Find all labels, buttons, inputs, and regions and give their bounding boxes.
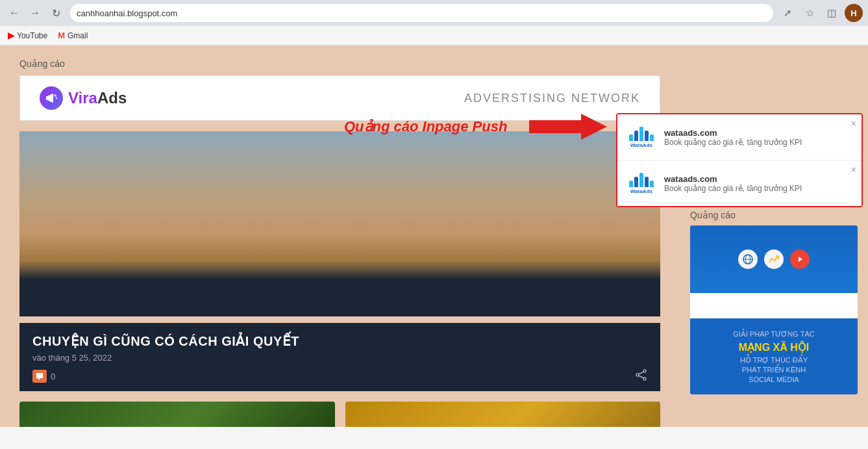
svg-line-8 xyxy=(639,376,644,378)
svg-point-4 xyxy=(643,370,646,372)
next-article-image-left xyxy=(19,402,335,427)
sidebar-ad-globe-icon xyxy=(738,250,758,269)
push-logo-1: WataAds xyxy=(625,121,658,153)
push-desc-2: Book quảng cáo giá rẻ, tăng trưởng KPI xyxy=(664,184,854,193)
push-close-button-1[interactable]: × xyxy=(851,118,856,129)
next-article-image-right xyxy=(345,402,661,427)
nav-buttons: ← → ↻ xyxy=(5,4,65,22)
sidebar-ad-mang-xa-hoi: MẠNG XÃ HỘI xyxy=(739,341,809,353)
sidebar-ad-giai-phap: GIẢI PHÁP TƯƠNG TÁC xyxy=(733,330,814,339)
next-article-card-left[interactable] xyxy=(19,402,335,427)
comment-wrap: 0 xyxy=(32,370,55,383)
svg-point-3 xyxy=(56,97,58,99)
article-date: vào tháng 5 25, 2022 xyxy=(32,353,647,363)
push-card-2: WataAds wataads.com Book quảng cáo giá r… xyxy=(617,160,862,206)
viraads-text: ViraAds xyxy=(68,89,127,107)
push-title-2: wataads.com xyxy=(664,174,854,184)
comment-icon xyxy=(32,370,47,383)
extension-button[interactable]: ◫ xyxy=(823,4,841,22)
browser-chrome: ← → ↻ canhhoanhai.blogspot.com ➚ ☆ ◫ H ▶… xyxy=(0,0,868,45)
profile-button[interactable]: H xyxy=(845,4,863,22)
wataads-label-2: WataAds xyxy=(630,188,652,194)
viraads-logo: ViraAds xyxy=(40,86,127,110)
gmail-favicon: M xyxy=(58,31,65,40)
push-title-1: wataads.com xyxy=(664,128,854,138)
next-articles xyxy=(19,402,660,427)
share-icon[interactable] xyxy=(636,369,647,383)
sidebar-ad-chart-icon xyxy=(764,250,784,269)
sidebar-ad-youtube-icon xyxy=(790,250,810,269)
sidebar-quang-cao: Quảng cáo xyxy=(690,210,858,394)
sidebar-quang-cao-label: Quảng cáo xyxy=(690,210,858,220)
bookmark-gmail[interactable]: M Gmail xyxy=(58,31,88,40)
megaphone-icon xyxy=(44,91,58,105)
share-page-button[interactable]: ➚ xyxy=(778,4,797,22)
annotation-arrow xyxy=(529,110,607,146)
article-title: CHUYỆN GÌ CŨNG CÓ CÁCH GIẢI QUYẾT xyxy=(32,333,647,349)
svg-point-2 xyxy=(54,94,56,97)
bookmark-youtube[interactable]: ▶ YouTube xyxy=(8,31,47,40)
sidebar-ad-phat-trien: PHÁT TRIỂN KÊNH xyxy=(742,366,806,374)
star-button[interactable]: ☆ xyxy=(800,4,819,22)
annotation-label: Quảng cáo Inpage Push xyxy=(344,118,507,135)
svg-line-7 xyxy=(639,372,644,374)
svg-point-6 xyxy=(636,374,639,376)
next-article-card-right[interactable] xyxy=(345,402,661,427)
svg-marker-13 xyxy=(799,257,802,262)
url-text: canhhoanhai.blogspot.com xyxy=(77,8,767,18)
wataads-label-1: WataAds xyxy=(630,142,652,148)
svg-marker-9 xyxy=(529,114,607,140)
bookmark-gmail-label: Gmail xyxy=(68,31,88,40)
sidebar-ad-ho-tro: HỖ TRỢ THÚC ĐẨY xyxy=(740,356,808,365)
inpage-push-area: WataAds wataads.com Book quảng cáo giá r… xyxy=(616,113,863,207)
bookmarks-bar: ▶ YouTube M Gmail xyxy=(0,26,868,45)
viraads-icon xyxy=(40,86,63,110)
article-footer: 0 xyxy=(32,369,647,383)
ad-network-text: ADVERSTISING NETWORK xyxy=(464,92,640,105)
svg-rect-1 xyxy=(46,96,48,100)
push-content-2: wataads.com Book quảng cáo giá rẻ, tăng … xyxy=(664,174,854,193)
push-logo-2: WataAds xyxy=(625,167,658,199)
sidebar-ad-image: GIẢI PHÁP TƯƠNG TÁC MẠNG XÃ HỘI HỖ TRỢ T… xyxy=(690,225,858,394)
main-content: Quảng cáo ViraAds ADVERSTISING NETWORK xyxy=(0,45,680,427)
quang-cao-main-label: Quảng cáo xyxy=(19,58,660,69)
article-overlay: CHUYỆN GÌ CŨNG CÓ CÁCH GIẢI QUYẾT vào th… xyxy=(19,323,660,391)
article-image xyxy=(19,131,660,316)
toolbar-icons: ➚ ☆ ◫ H xyxy=(778,4,863,22)
browser-toolbar: ← → ↻ canhhoanhai.blogspot.com ➚ ☆ ◫ H xyxy=(0,0,868,26)
reload-button[interactable]: ↻ xyxy=(47,4,65,22)
article-card: CHUYỆN GÌ CŨNG CÓ CÁCH GIẢI QUYẾT vào th… xyxy=(19,131,660,391)
back-button[interactable]: ← xyxy=(5,4,23,22)
page-content: Quảng cáo ViraAds ADVERSTISING NETWORK xyxy=(0,45,868,427)
sidebar-ad-social-media: SOCIAL MEDIA xyxy=(749,376,799,383)
push-content-1: wataads.com Book quảng cáo giá rẻ, tăng … xyxy=(664,128,854,147)
svg-point-5 xyxy=(643,378,646,380)
youtube-favicon: ▶ xyxy=(8,31,14,40)
forward-button[interactable]: → xyxy=(26,4,44,22)
push-close-button-2[interactable]: × xyxy=(851,164,856,175)
push-card-1: WataAds wataads.com Book quảng cáo giá r… xyxy=(617,114,862,160)
sidebar: Nhãn ⌄ Báo cáo vi phạm Quảng cáo xyxy=(680,45,868,427)
bookmark-youtube-label: YouTube xyxy=(17,31,47,40)
push-desc-1: Book quảng cáo giá rẻ, tăng trưởng KPI xyxy=(664,138,854,147)
address-bar[interactable]: canhhoanhai.blogspot.com xyxy=(70,4,773,22)
comment-count: 0 xyxy=(51,372,55,381)
